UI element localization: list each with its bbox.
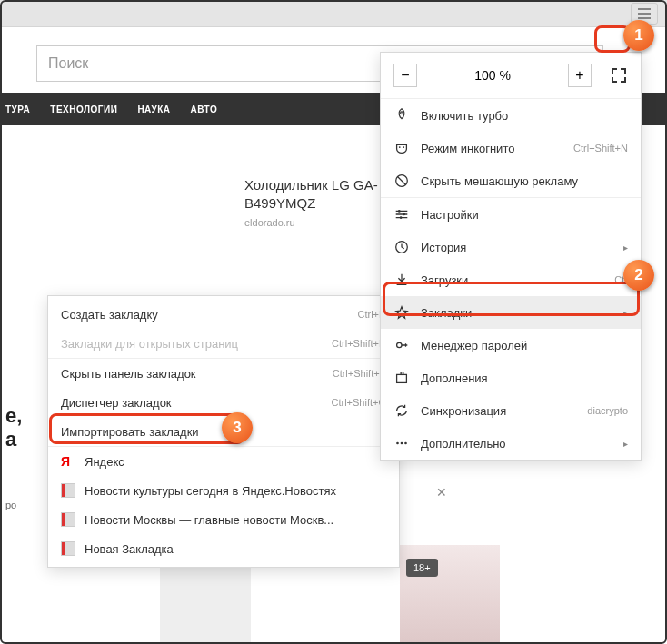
- news-favicon: [61, 483, 75, 498]
- news-favicon: [61, 512, 75, 527]
- menu-item-label: Менеджер паролей: [421, 339, 628, 352]
- block-icon: [393, 173, 410, 189]
- menu-item-sliders[interactable]: Настройки: [381, 198, 641, 231]
- submenu-item[interactable]: Новости Москвы — главные новости Москв..…: [48, 505, 399, 534]
- submenu-item[interactable]: Новости культуры сегодня в Яндекс.Новост…: [48, 476, 399, 505]
- chevron-right-icon: ▸: [623, 439, 628, 449]
- dots-icon: [393, 435, 410, 451]
- menu-item-mask[interactable]: Режим инкогнито Ctrl+Shift+N: [381, 132, 641, 164]
- text-fragment: ро: [5, 500, 16, 510]
- card-title-line1: Холодильник LG GA-: [244, 176, 383, 194]
- menu-item-label: Закладки: [421, 306, 612, 320]
- menu-item-block[interactable]: Скрыть мешающую рекламу: [381, 164, 641, 197]
- sync-icon: [393, 402, 410, 419]
- menu-item-label: Включить турбо: [421, 109, 628, 123]
- submenu-item[interactable]: Создать закладкуCtrl+D: [48, 300, 399, 329]
- tab[interactable]: ТУРА: [5, 104, 30, 114]
- submenu-label: Новости культуры сегодня в Яндекс.Новост…: [85, 484, 386, 498]
- svg-point-8: [400, 216, 403, 219]
- tab[interactable]: ТЕХНОЛОГИИ: [50, 104, 117, 114]
- card-title-line2: B499YMQZ: [244, 194, 383, 213]
- shortcut: Ctrl+Shift+O: [331, 397, 386, 408]
- shortcut: Ctrl+Shift+D: [332, 338, 386, 349]
- zoom-level: 100 %: [417, 68, 568, 83]
- menu-item-label: Настройки: [421, 208, 628, 222]
- svg-point-14: [401, 442, 403, 445]
- menu-item-puzzle[interactable]: Дополнения: [381, 362, 641, 394]
- menu-item-star[interactable]: Закладки ▸: [381, 296, 641, 329]
- submenu-label: Новости Москвы — главные новости Москв..…: [85, 513, 386, 527]
- svg-point-4: [403, 146, 404, 148]
- history-icon: [393, 239, 410, 255]
- menu-item-label: Скрыть мешающую рекламу: [421, 174, 628, 188]
- menu-item-download[interactable]: Загрузки Ctr: [381, 263, 641, 296]
- rocket-icon: [393, 107, 410, 124]
- svg-point-10: [397, 342, 402, 347]
- age-badge: 18+: [406, 559, 438, 577]
- puzzle-icon: [393, 370, 410, 386]
- svg-point-7: [403, 213, 405, 216]
- svg-point-3: [399, 146, 401, 148]
- menu-item-rocket[interactable]: Включить турбо: [381, 99, 641, 132]
- close-icon[interactable]: ✕: [436, 485, 447, 500]
- ad-card[interactable]: Холодильник LG GA- B499YMQZ eldorado.ru: [232, 163, 395, 241]
- chevron-right-icon: ▸: [623, 308, 628, 318]
- shortcut: Ctrl+Shift+B: [333, 368, 386, 379]
- submenu-label: Диспетчер закладок: [61, 396, 322, 410]
- menu-item-sync[interactable]: Синхронизация diacrypto: [381, 394, 641, 427]
- hamburger-icon: [638, 8, 651, 19]
- submenu-item[interactable]: Диспетчер закладокCtrl+Shift+O: [48, 388, 399, 417]
- menu-item-dots[interactable]: Дополнительно ▸: [381, 427, 641, 460]
- tab[interactable]: НАУКА: [137, 104, 170, 114]
- sliders-icon: [393, 206, 410, 223]
- menu-item-label: Дополнительно: [421, 437, 612, 451]
- zoom-in-button[interactable]: +: [568, 64, 592, 87]
- submenu-label: Скрыть панель закладок: [61, 367, 324, 381]
- browser-titlebar: [0, 0, 667, 27]
- menu-item-label: Дополнения: [421, 372, 628, 385]
- menu-item-key[interactable]: Менеджер паролей: [381, 329, 641, 362]
- callout-2: 2: [623, 260, 654, 291]
- shortcut: diacrypto: [587, 405, 628, 416]
- submenu-item: Закладки для открытых страницCtrl+Shift+…: [48, 329, 399, 358]
- browser-main-menu: − 100 % + Включить турбо Режим инкогнито…: [380, 52, 642, 461]
- chevron-right-icon: ▸: [623, 243, 628, 253]
- submenu-item[interactable]: Скрыть панель закладокCtrl+Shift+B: [48, 359, 399, 388]
- svg-rect-12: [401, 372, 403, 375]
- zoom-controls: − 100 % +: [381, 53, 641, 98]
- callout-1: 1: [623, 20, 654, 51]
- svg-point-15: [404, 442, 407, 445]
- image-placeholder: [160, 563, 251, 644]
- submenu-label: Закладки для открытых страниц: [61, 337, 323, 351]
- tab[interactable]: АВТО: [191, 104, 218, 114]
- menu-item-label: Режим инкогнито: [421, 142, 562, 155]
- mask-icon: [393, 140, 410, 156]
- yandex-favicon: Я: [61, 454, 75, 469]
- menu-item-label: Загрузки: [421, 273, 603, 287]
- fullscreen-icon[interactable]: [610, 66, 628, 84]
- star-icon: [393, 304, 410, 321]
- menu-item-history[interactable]: История ▸: [381, 231, 641, 263]
- submenu-label: Новая Закладка: [85, 542, 386, 556]
- news-favicon: [61, 541, 75, 556]
- zoom-out-button[interactable]: −: [393, 64, 417, 87]
- key-icon: [393, 337, 410, 353]
- text-fragment: е, а: [5, 404, 22, 451]
- submenu-label: Создать закладку: [61, 308, 349, 322]
- submenu-label: Яндекс: [85, 455, 386, 469]
- shortcut: Ctrl+Shift+N: [573, 143, 628, 154]
- callout-3: 3: [222, 412, 253, 443]
- svg-point-13: [396, 442, 399, 445]
- menu-item-label: Синхронизация: [421, 404, 576, 418]
- menu-item-label: История: [421, 241, 612, 254]
- submenu-item[interactable]: ЯЯндекс: [48, 447, 399, 476]
- card-domain: eldorado.ru: [244, 217, 383, 228]
- svg-point-6: [398, 210, 401, 213]
- submenu-item[interactable]: Новая Закладка: [48, 534, 399, 563]
- svg-point-2: [401, 112, 403, 114]
- download-icon: [393, 272, 410, 288]
- svg-rect-11: [397, 374, 407, 382]
